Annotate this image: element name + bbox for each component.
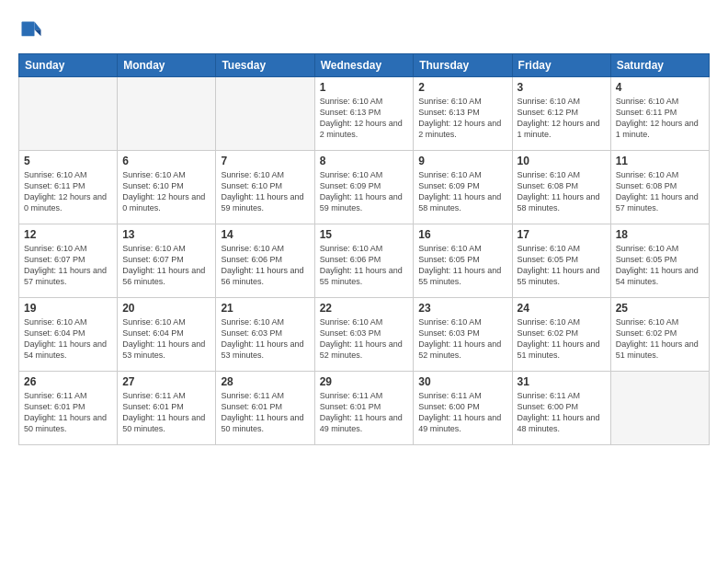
- col-header-wednesday: Wednesday: [314, 54, 414, 77]
- day-info: Sunrise: 6:11 AM Sunset: 6:01 PM Dayligh…: [221, 390, 309, 435]
- day-cell: 5Sunrise: 6:10 AM Sunset: 6:11 PM Daylig…: [19, 151, 118, 224]
- day-number: 8: [320, 155, 409, 167]
- day-number: 28: [221, 375, 309, 388]
- col-header-friday: Friday: [512, 54, 610, 77]
- day-cell: 21Sunrise: 6:10 AM Sunset: 6:03 PM Dayli…: [216, 298, 314, 372]
- day-cell: 25Sunrise: 6:10 AM Sunset: 6:02 PM Dayli…: [610, 298, 709, 372]
- day-cell: 16Sunrise: 6:10 AM Sunset: 6:05 PM Dayli…: [414, 224, 512, 298]
- day-cell: [216, 77, 314, 151]
- day-cell: 1Sunrise: 6:10 AM Sunset: 6:13 PM Daylig…: [314, 77, 414, 151]
- day-info: Sunrise: 6:11 AM Sunset: 6:01 PM Dayligh…: [122, 390, 210, 435]
- day-number: 19: [24, 302, 112, 315]
- day-cell: 2Sunrise: 6:10 AM Sunset: 6:13 PM Daylig…: [414, 77, 512, 151]
- day-cell: 11Sunrise: 6:10 AM Sunset: 6:08 PM Dayli…: [610, 151, 709, 224]
- day-info: Sunrise: 6:10 AM Sunset: 6:07 PM Dayligh…: [24, 243, 112, 288]
- col-header-monday: Monday: [118, 54, 216, 77]
- day-number: 3: [518, 81, 606, 94]
- day-info: Sunrise: 6:10 AM Sunset: 6:09 PM Dayligh…: [418, 169, 506, 214]
- day-number: 12: [24, 228, 112, 241]
- day-cell: 22Sunrise: 6:10 AM Sunset: 6:03 PM Dayli…: [314, 298, 414, 372]
- day-cell: 20Sunrise: 6:10 AM Sunset: 6:04 PM Dayli…: [118, 298, 216, 372]
- logo: [18, 18, 48, 44]
- day-info: Sunrise: 6:10 AM Sunset: 6:11 PM Dayligh…: [616, 96, 704, 141]
- day-cell: 14Sunrise: 6:10 AM Sunset: 6:06 PM Dayli…: [216, 224, 314, 298]
- day-number: 26: [24, 375, 112, 388]
- day-number: 13: [122, 228, 210, 241]
- day-info: Sunrise: 6:11 AM Sunset: 6:01 PM Dayligh…: [320, 390, 409, 435]
- day-info: Sunrise: 6:10 AM Sunset: 6:06 PM Dayligh…: [221, 243, 309, 288]
- day-number: 29: [320, 375, 409, 388]
- day-cell: 13Sunrise: 6:10 AM Sunset: 6:07 PM Dayli…: [118, 224, 216, 298]
- day-number: 17: [518, 228, 606, 241]
- day-cell: 28Sunrise: 6:11 AM Sunset: 6:01 PM Dayli…: [216, 372, 314, 445]
- day-info: Sunrise: 6:11 AM Sunset: 6:01 PM Dayligh…: [24, 390, 112, 435]
- calendar-table: SundayMondayTuesdayWednesdayThursdayFrid…: [18, 53, 710, 445]
- day-cell: 23Sunrise: 6:10 AM Sunset: 6:03 PM Dayli…: [414, 298, 512, 372]
- day-cell: 12Sunrise: 6:10 AM Sunset: 6:07 PM Dayli…: [19, 224, 118, 298]
- day-number: 21: [221, 302, 309, 315]
- week-row-0: 1Sunrise: 6:10 AM Sunset: 6:13 PM Daylig…: [19, 77, 710, 151]
- week-row-2: 12Sunrise: 6:10 AM Sunset: 6:07 PM Dayli…: [19, 224, 710, 298]
- day-cell: 4Sunrise: 6:10 AM Sunset: 6:11 PM Daylig…: [610, 77, 709, 151]
- day-info: Sunrise: 6:10 AM Sunset: 6:09 PM Dayligh…: [320, 169, 409, 214]
- day-cell: 3Sunrise: 6:10 AM Sunset: 6:12 PM Daylig…: [512, 77, 610, 151]
- day-cell: 26Sunrise: 6:11 AM Sunset: 6:01 PM Dayli…: [19, 372, 118, 445]
- day-cell: 27Sunrise: 6:11 AM Sunset: 6:01 PM Dayli…: [118, 372, 216, 445]
- day-number: 15: [320, 228, 409, 241]
- day-number: 14: [221, 228, 309, 241]
- day-number: 24: [518, 302, 606, 315]
- day-number: 10: [518, 155, 606, 167]
- week-row-1: 5Sunrise: 6:10 AM Sunset: 6:11 PM Daylig…: [19, 151, 710, 224]
- svg-rect-2: [22, 22, 35, 37]
- day-info: Sunrise: 6:10 AM Sunset: 6:13 PM Dayligh…: [320, 96, 409, 141]
- day-number: 30: [418, 375, 506, 388]
- day-info: Sunrise: 6:10 AM Sunset: 6:02 PM Dayligh…: [616, 316, 704, 362]
- day-cell: 10Sunrise: 6:10 AM Sunset: 6:08 PM Dayli…: [512, 151, 610, 224]
- day-cell: 7Sunrise: 6:10 AM Sunset: 6:10 PM Daylig…: [216, 151, 314, 224]
- day-info: Sunrise: 6:10 AM Sunset: 6:04 PM Dayligh…: [24, 316, 112, 362]
- day-info: Sunrise: 6:11 AM Sunset: 6:00 PM Dayligh…: [518, 390, 606, 435]
- day-number: 4: [616, 81, 704, 94]
- day-number: 1: [320, 81, 409, 94]
- day-number: 31: [518, 375, 606, 388]
- day-cell: 8Sunrise: 6:10 AM Sunset: 6:09 PM Daylig…: [314, 151, 414, 224]
- week-row-4: 26Sunrise: 6:11 AM Sunset: 6:01 PM Dayli…: [19, 372, 710, 445]
- day-cell: 9Sunrise: 6:10 AM Sunset: 6:09 PM Daylig…: [414, 151, 512, 224]
- svg-marker-0: [35, 22, 41, 30]
- day-info: Sunrise: 6:10 AM Sunset: 6:05 PM Dayligh…: [518, 243, 606, 288]
- header: [18, 18, 710, 44]
- day-info: Sunrise: 6:10 AM Sunset: 6:04 PM Dayligh…: [122, 316, 210, 362]
- day-info: Sunrise: 6:10 AM Sunset: 6:03 PM Dayligh…: [320, 316, 409, 362]
- day-cell: 17Sunrise: 6:10 AM Sunset: 6:05 PM Dayli…: [512, 224, 610, 298]
- day-info: Sunrise: 6:10 AM Sunset: 6:13 PM Dayligh…: [418, 96, 506, 141]
- day-cell: 24Sunrise: 6:10 AM Sunset: 6:02 PM Dayli…: [512, 298, 610, 372]
- day-number: 25: [616, 302, 704, 315]
- week-row-3: 19Sunrise: 6:10 AM Sunset: 6:04 PM Dayli…: [19, 298, 710, 372]
- day-info: Sunrise: 6:10 AM Sunset: 6:02 PM Dayligh…: [518, 316, 606, 362]
- day-cell: 6Sunrise: 6:10 AM Sunset: 6:10 PM Daylig…: [118, 151, 216, 224]
- day-number: 22: [320, 302, 409, 315]
- calendar-header-row: SundayMondayTuesdayWednesdayThursdayFrid…: [19, 54, 710, 77]
- day-number: 2: [418, 81, 506, 94]
- day-info: Sunrise: 6:10 AM Sunset: 6:05 PM Dayligh…: [616, 243, 704, 288]
- day-number: 23: [418, 302, 506, 315]
- logo-icon: [18, 18, 44, 44]
- day-cell: 19Sunrise: 6:10 AM Sunset: 6:04 PM Dayli…: [19, 298, 118, 372]
- day-number: 27: [122, 375, 210, 388]
- day-cell: 15Sunrise: 6:10 AM Sunset: 6:06 PM Dayli…: [314, 224, 414, 298]
- day-number: 7: [221, 155, 309, 167]
- day-number: 16: [418, 228, 506, 241]
- day-info: Sunrise: 6:10 AM Sunset: 6:10 PM Dayligh…: [221, 169, 309, 214]
- day-info: Sunrise: 6:10 AM Sunset: 6:11 PM Dayligh…: [24, 169, 112, 214]
- day-info: Sunrise: 6:10 AM Sunset: 6:07 PM Dayligh…: [122, 243, 210, 288]
- day-number: 11: [616, 155, 704, 167]
- day-info: Sunrise: 6:10 AM Sunset: 6:08 PM Dayligh…: [518, 169, 606, 214]
- col-header-tuesday: Tuesday: [216, 54, 314, 77]
- day-info: Sunrise: 6:10 AM Sunset: 6:03 PM Dayligh…: [418, 316, 506, 362]
- day-cell: 31Sunrise: 6:11 AM Sunset: 6:00 PM Dayli…: [512, 372, 610, 445]
- day-number: 9: [418, 155, 506, 167]
- day-info: Sunrise: 6:10 AM Sunset: 6:06 PM Dayligh…: [320, 243, 409, 288]
- col-header-saturday: Saturday: [610, 54, 709, 77]
- day-number: 5: [24, 155, 112, 167]
- day-info: Sunrise: 6:10 AM Sunset: 6:12 PM Dayligh…: [518, 96, 606, 141]
